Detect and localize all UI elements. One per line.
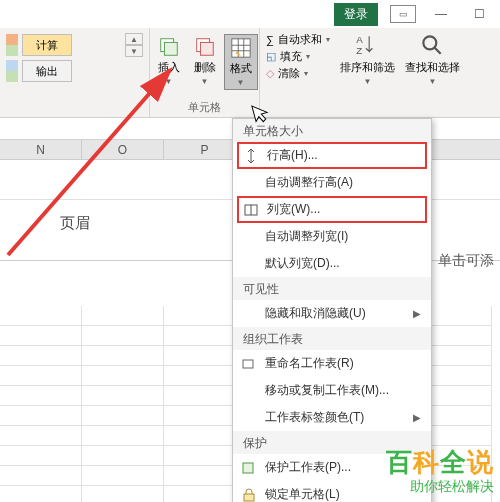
menu-move-copy-sheet[interactable]: 移动或复制工作表(M)... <box>233 377 431 404</box>
cells-group: 插入▼ 删除▼ 格式▼ 单元格 <box>150 28 260 117</box>
svg-text:Z: Z <box>357 45 363 56</box>
login-button[interactable]: 登录 <box>334 3 378 26</box>
editing-group: ∑自动求和 ▾ ◱填充 ▾ ◇清除 ▾ AZ 排序和筛选▼ 查找和选择▼ <box>260 28 500 117</box>
svg-rect-16 <box>243 463 253 473</box>
fill-button[interactable]: ◱填充 ▾ <box>266 49 330 64</box>
menu-hide-unhide[interactable]: 隐藏和取消隐藏(U)▶ <box>233 300 431 327</box>
chevron-right-icon: ▶ <box>413 308 421 319</box>
find-icon <box>419 32 445 58</box>
insert-icon <box>158 36 180 58</box>
style-output[interactable]: 输出 <box>22 60 72 82</box>
format-button[interactable]: 格式▼ <box>224 34 258 90</box>
chevron-right-icon: ▶ <box>413 412 421 423</box>
sigma-icon: ∑ <box>266 34 274 46</box>
menu-tab-color[interactable]: 工作表标签颜色(T)▶ <box>233 404 431 431</box>
svg-text:A: A <box>357 34 364 45</box>
maximize-icon[interactable]: ☐ <box>466 5 492 23</box>
style-calc[interactable]: 计算 <box>22 34 72 56</box>
insert-button[interactable]: 插入▼ <box>152 34 186 90</box>
fill-icon: ◱ <box>266 50 276 63</box>
svg-rect-17 <box>244 494 254 501</box>
menu-section-visibility: 可见性 <box>233 277 431 300</box>
col-width-icon <box>243 202 259 218</box>
watermark-subtitle: 助你轻松解决 <box>386 478 494 496</box>
title-bar: 登录 ▭ — ☐ <box>0 0 500 28</box>
delete-button[interactable]: 删除▼ <box>188 34 222 90</box>
menu-autofit-col[interactable]: 自动调整列宽(I) <box>233 223 431 250</box>
clear-button[interactable]: ◇清除 ▾ <box>266 66 330 81</box>
delete-icon <box>194 36 216 58</box>
watermark: 百科全说 助你轻松解决 <box>386 445 494 496</box>
col-header: N <box>0 140 82 159</box>
eraser-icon: ◇ <box>266 67 274 80</box>
lock-icon <box>241 487 257 503</box>
format-icon <box>230 37 252 59</box>
svg-rect-1 <box>164 42 177 55</box>
menu-row-height[interactable]: 行高(H)... <box>237 142 427 169</box>
sort-filter-icon: AZ <box>354 32 380 58</box>
svg-rect-3 <box>200 42 213 55</box>
menu-default-width[interactable]: 默认列宽(D)... <box>233 250 431 277</box>
cells-group-label: 单元格 <box>188 100 221 117</box>
svg-rect-4 <box>231 39 249 57</box>
menu-rename-sheet[interactable]: 重命名工作表(R) <box>233 350 431 377</box>
menu-autofit-row[interactable]: 自动调整行高(A) <box>233 169 431 196</box>
sort-filter-button[interactable]: AZ 排序和筛选▼ <box>340 32 395 113</box>
autosum-button[interactable]: ∑自动求和 ▾ <box>266 32 330 47</box>
watermark-title: 百科全说 <box>386 445 494 480</box>
menu-col-width[interactable]: 列宽(W)... <box>237 196 427 223</box>
svg-rect-15 <box>243 360 253 368</box>
style-nav[interactable]: ▲▼ <box>125 33 143 57</box>
add-header-hint[interactable]: 单击可添 <box>438 252 494 270</box>
ribbon-display-icon[interactable]: ▭ <box>390 5 416 23</box>
find-select-button[interactable]: 查找和选择▼ <box>405 32 460 113</box>
page-header-area[interactable]: 页眉 <box>60 214 90 233</box>
menu-section-organize: 组织工作表 <box>233 327 431 350</box>
col-header: O <box>82 140 164 159</box>
svg-line-12 <box>435 47 442 53</box>
rename-icon <box>241 356 257 372</box>
styles-group: 计算 ▲▼ 输出 <box>0 28 150 117</box>
minimize-icon[interactable]: — <box>428 5 454 23</box>
row-height-icon <box>243 148 259 164</box>
protect-icon <box>241 460 257 476</box>
